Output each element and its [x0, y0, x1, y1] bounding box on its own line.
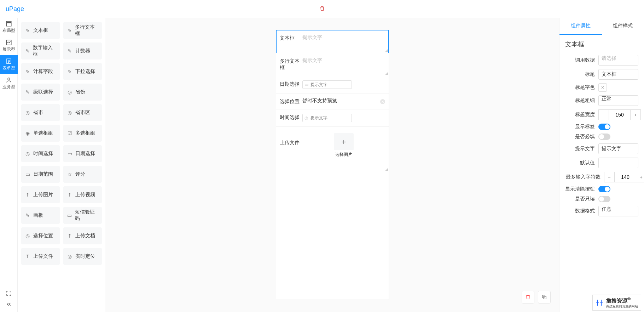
palette-item[interactable]: ✎数字输入框 — [21, 42, 60, 59]
palette-item-label: 短信验证码 — [75, 209, 98, 222]
rail-item-form[interactable]: 表单型 — [0, 55, 18, 74]
component-icon: ◎ — [25, 110, 30, 115]
time-input[interactable] — [302, 114, 352, 122]
resize-grip-icon[interactable] — [385, 49, 388, 52]
stepper-inc[interactable]: + — [630, 109, 641, 120]
field-label: 上传文件 — [280, 131, 302, 146]
logo: uPage — [6, 5, 24, 13]
palette-item[interactable]: ⤒上传视频 — [63, 186, 102, 203]
component-icon: ✎ — [25, 48, 30, 54]
palette-item[interactable]: ◎选择位置 — [21, 227, 60, 244]
required-switch[interactable] — [598, 134, 610, 140]
copy-row-button[interactable] — [538, 291, 551, 304]
stepper-dec[interactable]: − — [604, 172, 615, 182]
palette-item-label: 上传文档 — [75, 233, 95, 239]
palette-item[interactable]: ◎实时定位 — [63, 248, 102, 265]
field-label: 多行文本框 — [280, 57, 302, 71]
date-input[interactable] — [302, 80, 352, 89]
collapse-button[interactable] — [6, 301, 12, 308]
form-row-location[interactable]: 选择位置 暂时不支持预览 ✕ — [276, 93, 389, 109]
form-row-date[interactable]: 日期选择 ▭ — [276, 76, 389, 93]
palette-item[interactable]: ✎级联选择 — [21, 84, 60, 101]
fullscreen-icon — [6, 290, 12, 296]
form-row-upload[interactable]: 上传文件 ＋ 选择图片 — [276, 127, 389, 172]
title-color-clear[interactable]: ✕ — [598, 83, 607, 92]
stepper-inc[interactable]: + — [636, 172, 644, 182]
palette-item[interactable]: ◎省市 — [21, 104, 60, 121]
plabel-placeholder: 提示文字 — [565, 146, 595, 152]
app-header: uPage — [0, 0, 644, 18]
form-row-time[interactable]: 时间选择 ◷ — [276, 109, 389, 127]
tab-style[interactable]: 组件样式 — [602, 18, 644, 35]
component-icon: ⤒ — [25, 192, 30, 198]
location-value: 暂时不支持预览 — [302, 98, 385, 104]
palette-item-label: 省市 — [33, 109, 43, 116]
layout-icon — [6, 21, 12, 27]
form-preview: 文本框 提示文字 多行文本框 提示文字 日期选择 ▭ 选择位置 — [276, 30, 389, 300]
delete-row-button[interactable] — [522, 291, 534, 304]
calendar-icon: ▭ — [304, 82, 309, 87]
user-icon — [6, 77, 12, 83]
tab-props[interactable]: 组件属性 — [559, 18, 602, 35]
title-input[interactable] — [598, 69, 638, 80]
palette-item[interactable]: ▭短信验证码 — [63, 207, 102, 224]
fullscreen-button[interactable] — [6, 290, 12, 297]
placeholder-input[interactable] — [598, 143, 638, 154]
rail-item-layout[interactable]: 布局型 — [0, 18, 18, 36]
palette-item-label: 时间选择 — [33, 151, 53, 157]
palette-item[interactable]: ▭日期范围 — [21, 166, 60, 183]
palette-item[interactable]: ✎画板 — [21, 207, 60, 224]
palette-item[interactable]: ✎文本框 — [21, 22, 60, 39]
form-row-textarea[interactable]: 多行文本框 提示文字 — [276, 53, 389, 76]
dataformat-select[interactable]: 任意 — [598, 206, 638, 216]
resize-grip-icon[interactable] — [385, 72, 388, 75]
palette-item-label: 多选框组 — [75, 130, 95, 136]
palette-item-label: 计数器 — [75, 48, 90, 54]
dataref-select[interactable]: 请选择 — [598, 55, 638, 66]
clear-icon[interactable]: ✕ — [380, 99, 385, 104]
palette-item[interactable]: ◎省市区 — [63, 104, 102, 121]
palette-item[interactable]: ✎计算字段 — [21, 63, 60, 80]
palette-item-label: 省份 — [75, 89, 85, 95]
watermark: ⟊⟊ 撸撸资源® 白嫖互联网资源的网站 — [592, 295, 641, 311]
resize-grip-icon[interactable] — [385, 168, 388, 171]
palette-item[interactable]: ⤒上传图片 — [21, 186, 60, 203]
palette-item[interactable]: ▭日期选择 — [63, 145, 102, 162]
title-weight-select[interactable]: 正常 — [598, 95, 638, 106]
palette-item[interactable]: ◎省份 — [63, 84, 102, 101]
prop-title: 文本框 — [559, 35, 644, 51]
plabel-show-label: 显示标签 — [565, 124, 595, 130]
show-clear-switch[interactable] — [598, 186, 610, 192]
upload-box[interactable]: ＋ — [334, 133, 354, 150]
palette-item[interactable]: ✎下拉选择 — [63, 63, 102, 80]
readonly-switch[interactable] — [598, 196, 610, 202]
property-panel: 组件属性 组件样式 文本框 调用数据 请选择 标题 标题字色 ✕ 标题粗细 正常… — [559, 18, 644, 312]
component-icon: ⤒ — [25, 254, 30, 259]
default-input[interactable] — [598, 158, 638, 168]
trash-icon — [525, 294, 531, 300]
component-icon: ☑ — [67, 130, 72, 136]
watermark-sub: 白嫖互联网资源的网站 — [606, 304, 638, 309]
show-label-switch[interactable] — [598, 124, 610, 130]
palette-item[interactable]: ☆评分 — [63, 166, 102, 183]
stepper-input[interactable] — [609, 109, 630, 120]
rail-item-biz[interactable]: 业务型 — [0, 74, 18, 93]
palette-item[interactable]: ⤒上传文档 — [63, 227, 102, 244]
palette-item[interactable]: ☑多选框组 — [63, 125, 102, 142]
palette-item[interactable]: ◉单选框组 — [21, 125, 60, 142]
plabel-required: 是否必填 — [565, 134, 595, 140]
stepper-input[interactable] — [615, 172, 636, 182]
palette-item[interactable]: ✎多行文本框 — [63, 22, 102, 39]
field-label: 文本框 — [280, 34, 302, 41]
palette-item-label: 日期选择 — [75, 151, 95, 157]
rail-item-display[interactable]: 展示型 — [0, 36, 18, 55]
component-icon: ◉ — [25, 130, 30, 136]
palette-item[interactable]: ⤒上传文件 — [21, 248, 60, 265]
palette-item[interactable]: ◷时间选择 — [21, 145, 60, 162]
plabel-title: 标题 — [565, 71, 595, 78]
component-icon: ▭ — [67, 151, 72, 157]
form-row-text[interactable]: 文本框 提示文字 — [276, 30, 389, 53]
stepper-dec[interactable]: − — [598, 109, 609, 120]
palette-item[interactable]: ✎计数器 — [63, 42, 102, 59]
delete-top-button[interactable] — [319, 6, 325, 12]
